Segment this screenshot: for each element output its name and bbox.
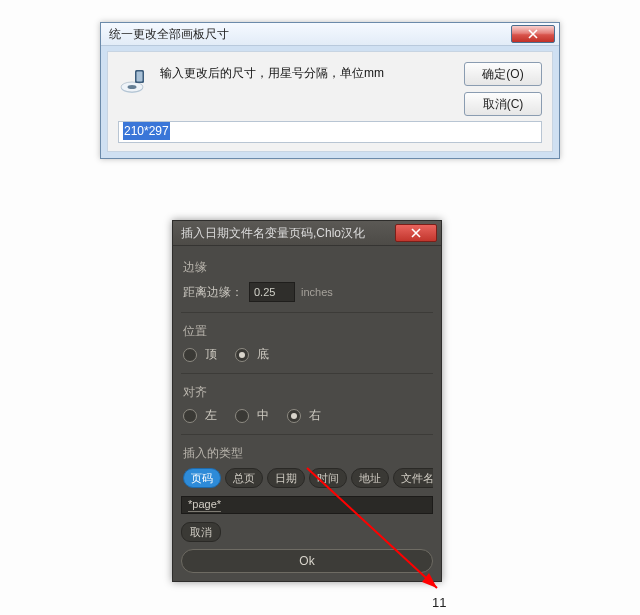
dialog1-titlebar: 统一更改全部画板尺寸	[101, 23, 559, 46]
dialog1-title: 统一更改全部画板尺寸	[109, 26, 229, 43]
margin-field-label: 距离边缘：	[183, 284, 243, 301]
page-number: 11	[432, 595, 446, 610]
resize-artboards-dialog: 统一更改全部画板尺寸 输入更改后的尺寸，用星号分隔，单位mm 确定(O) 取消(…	[100, 22, 560, 159]
dialog2-titlebar: 插入日期文件名变量页码,Chlo汉化	[173, 221, 441, 246]
setup-icon	[118, 64, 150, 96]
pill-page[interactable]: 页码	[183, 468, 221, 488]
position-radios: 顶 底	[181, 346, 433, 363]
position-label-top: 顶	[205, 346, 217, 363]
margin-row: 距离边缘： 0.25 inches	[181, 282, 433, 302]
dialog2-close-button[interactable]	[395, 224, 437, 242]
margin-group-label: 边缘	[183, 259, 433, 276]
align-radios: 左 中 右	[181, 407, 433, 424]
insert-type-pills: 页码 总页 日期 时间 地址 文件名	[181, 468, 433, 488]
align-label-center: 中	[257, 407, 269, 424]
position-radio-top[interactable]	[183, 348, 197, 362]
dialog2-cancel-button[interactable]: 取消	[181, 522, 221, 542]
dialog1-size-input-value: 210*297	[123, 122, 170, 140]
close-icon	[411, 228, 421, 238]
dialog1-ok-button[interactable]: 确定(O)	[464, 62, 542, 86]
position-group-label: 位置	[183, 323, 433, 340]
align-group-label: 对齐	[183, 384, 433, 401]
template-input[interactable]: *page*	[181, 496, 433, 514]
margin-unit: inches	[301, 286, 333, 298]
align-radio-left[interactable]	[183, 409, 197, 423]
position-label-bottom: 底	[257, 346, 269, 363]
svg-rect-4	[137, 72, 143, 82]
dialog1-message: 输入更改后的尺寸，用星号分隔，单位mm	[160, 62, 444, 82]
close-icon	[528, 29, 538, 39]
align-radio-right[interactable]	[287, 409, 301, 423]
pill-address[interactable]: 地址	[351, 468, 389, 488]
align-radio-center[interactable]	[235, 409, 249, 423]
insert-variable-dialog: 插入日期文件名变量页码,Chlo汉化 边缘 距离边缘： 0.25 inches …	[172, 220, 442, 582]
pill-filename[interactable]: 文件名	[393, 468, 433, 488]
svg-point-2	[128, 85, 137, 89]
position-radio-bottom[interactable]	[235, 348, 249, 362]
align-label-right: 右	[309, 407, 321, 424]
dialog2-title: 插入日期文件名变量页码,Chlo汉化	[181, 225, 365, 242]
dialog1-body: 输入更改后的尺寸，用星号分隔，单位mm 确定(O) 取消(C) 210*297	[107, 51, 553, 152]
pill-time[interactable]: 时间	[309, 468, 347, 488]
margin-input[interactable]: 0.25	[249, 282, 295, 302]
insert-type-group-label: 插入的类型	[183, 445, 433, 462]
pill-total[interactable]: 总页	[225, 468, 263, 488]
dialog1-cancel-button[interactable]: 取消(C)	[464, 92, 542, 116]
align-label-left: 左	[205, 407, 217, 424]
dialog2-body: 边缘 距离边缘： 0.25 inches 位置 顶 底 对齐 左 中 右 插入的…	[181, 253, 433, 573]
dialog2-ok-button[interactable]: Ok	[181, 549, 433, 573]
pill-date[interactable]: 日期	[267, 468, 305, 488]
template-input-value: *page*	[188, 498, 221, 512]
dialog1-size-input[interactable]: 210*297	[118, 121, 542, 143]
dialog1-close-button[interactable]	[511, 25, 555, 43]
